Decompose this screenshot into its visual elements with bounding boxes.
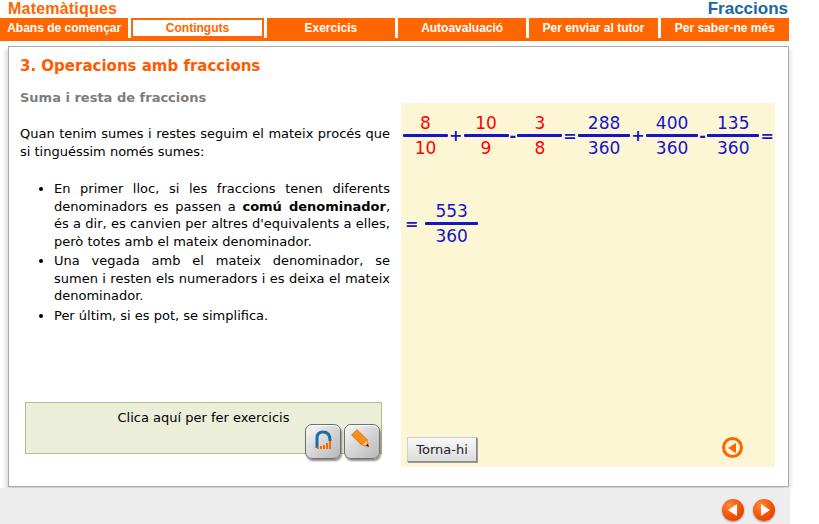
fraction: 288360 bbox=[578, 112, 630, 159]
bullet-text: Per últim, si es pot, se simplifica. bbox=[54, 308, 268, 323]
bullet-item: Una vegada amb el mateix denominador, se… bbox=[54, 252, 390, 305]
arrow-right-icon bbox=[761, 504, 770, 516]
numerator: 288 bbox=[578, 112, 630, 134]
tab-bar: Abans de començar Continguts Exercicis A… bbox=[0, 18, 789, 38]
numerator: 3 bbox=[517, 112, 562, 134]
tab-per-saber-ne-mes[interactable]: Per saber-ne més bbox=[661, 18, 789, 38]
app-title: Matemàtiques bbox=[8, 0, 117, 18]
fraction: 38 bbox=[517, 112, 562, 159]
denominator: 360 bbox=[578, 137, 630, 159]
previous-page-button[interactable] bbox=[722, 499, 744, 521]
chart-icon bbox=[310, 427, 336, 457]
replay-arrow-icon bbox=[728, 443, 736, 453]
operator: = bbox=[761, 126, 774, 145]
operator: + bbox=[631, 126, 644, 145]
denominator: 360 bbox=[707, 137, 759, 159]
operator: - bbox=[510, 126, 517, 145]
fraction: 810 bbox=[403, 112, 448, 159]
numerator: 553 bbox=[425, 200, 477, 222]
tab-exercicis[interactable]: Exercicis bbox=[267, 18, 395, 38]
denominator: 360 bbox=[425, 225, 477, 247]
arrow-left-icon bbox=[728, 504, 737, 516]
next-page-button[interactable] bbox=[753, 499, 775, 521]
numerator: 8 bbox=[403, 112, 448, 134]
bullet-text: Una vegada amb el mateix denominador, se… bbox=[54, 253, 390, 303]
denominator: 10 bbox=[403, 137, 448, 159]
operator: + bbox=[449, 126, 462, 145]
page: Matemàtiques Fraccions Abans de començar… bbox=[0, 0, 819, 524]
unit-title: Fraccions bbox=[708, 0, 788, 19]
numerator: 400 bbox=[646, 112, 698, 134]
tab-underline bbox=[0, 38, 789, 41]
equation-row-2: = 553360 bbox=[405, 200, 478, 247]
fraction: 400360 bbox=[646, 112, 698, 159]
bullet-list: En primer lloc, si les fraccions tenen d… bbox=[38, 180, 390, 326]
operator: = bbox=[405, 214, 418, 233]
denominator: 9 bbox=[464, 137, 509, 159]
tab-per-enviar-al-tutor[interactable]: Per enviar al tutor bbox=[529, 18, 657, 38]
fraction: 553360 bbox=[425, 200, 477, 247]
jclic-exercise-button[interactable] bbox=[305, 424, 341, 459]
tab-continguts[interactable]: Continguts bbox=[131, 18, 263, 38]
pencil-exercise-button[interactable] bbox=[344, 424, 380, 459]
denominator: 8 bbox=[517, 137, 562, 159]
torna-hi-button[interactable]: Torna-hi bbox=[407, 437, 477, 462]
tab-abans-de-comencar[interactable]: Abans de començar bbox=[0, 18, 128, 38]
bullet-item: Per últim, si es pot, se simplifica. bbox=[54, 307, 390, 325]
intro-paragraph: Quan tenim sumes i restes seguim el mate… bbox=[20, 125, 390, 161]
numerator: 135 bbox=[707, 112, 759, 134]
replay-icon[interactable] bbox=[722, 437, 743, 458]
equation-row-1: 810 + 109 - 38 = 288360 + 400360 - 13536… bbox=[403, 112, 774, 159]
fraction: 135360 bbox=[707, 112, 759, 159]
section-title: 3. Operacions amb fraccions bbox=[20, 57, 260, 75]
bottom-strip bbox=[0, 488, 790, 524]
numerator: 10 bbox=[464, 112, 509, 134]
bullet-item: En primer lloc, si les fraccions tenen d… bbox=[54, 180, 390, 250]
lesson-subtitle: Suma i resta de fraccions bbox=[20, 90, 206, 105]
tab-autoavaluacio[interactable]: Autoavaluació bbox=[398, 18, 526, 38]
fraction: 109 bbox=[464, 112, 509, 159]
operator: = bbox=[563, 126, 576, 145]
denominator: 360 bbox=[646, 137, 698, 159]
operator: - bbox=[699, 126, 706, 145]
pencil-icon bbox=[349, 427, 375, 457]
exercise-label: Clica aquí per fer exercicis bbox=[26, 403, 381, 425]
bullet-bold-text: comú denominador bbox=[242, 199, 385, 214]
